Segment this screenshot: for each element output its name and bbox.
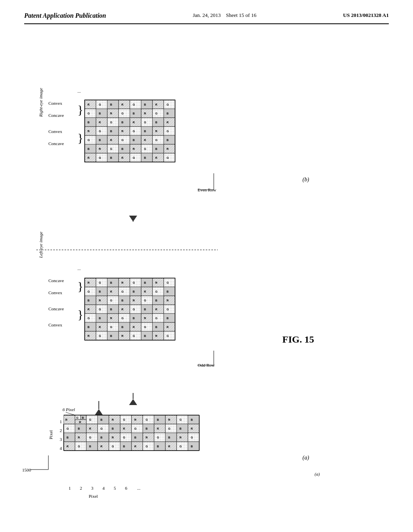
svg-text:B: B — [155, 121, 157, 124]
svg-text:1: 1 — [69, 486, 71, 490]
concave-label-4: Concave — [48, 141, 64, 146]
svg-text:G: G — [155, 112, 158, 115]
svg-text:B: B — [88, 299, 90, 302]
cell-a-r3c3 — [86, 433, 98, 442]
cell-a-r2c2 — [75, 424, 86, 433]
svg-rect-178 — [152, 314, 164, 322]
svg-text:G: G — [100, 427, 103, 430]
svg-text:G: G — [99, 281, 101, 284]
svg-rect-280 — [152, 127, 164, 135]
svg-text:B: B — [144, 103, 146, 106]
svg-rect-230 — [141, 100, 152, 109]
svg-text:R: R — [110, 139, 112, 141]
svg-text:R: R — [67, 445, 69, 448]
right-eye-label: Right-eye image — [38, 88, 43, 117]
svg-rect-126 — [130, 287, 141, 296]
svg-text:R: R — [112, 436, 114, 439]
svg-rect-176 — [141, 314, 152, 322]
svg-text:2: 2 — [60, 428, 62, 433]
svg-rect-258 — [119, 118, 130, 127]
svg-text:B: B — [110, 308, 112, 311]
fig-label: FIG. 15 — [282, 334, 314, 345]
svg-text:...: ... — [137, 486, 141, 490]
svg-text:B: B — [121, 299, 123, 302]
svg-text:Pixel: Pixel — [48, 430, 53, 439]
svg-text:R: R — [79, 421, 81, 424]
label-a: (a) — [315, 472, 320, 477]
svg-rect-168 — [96, 314, 107, 322]
svg-rect-128 — [141, 287, 152, 296]
svg-rect-71 — [154, 433, 165, 442]
svg-rect-282 — [164, 127, 175, 135]
svg-text:R: R — [167, 148, 169, 150]
svg-rect-210 — [152, 331, 164, 340]
svg-rect-140 — [119, 296, 130, 305]
svg-rect-120 — [96, 287, 107, 296]
svg-text:R: R — [121, 103, 123, 106]
svg-rect-270 — [96, 127, 107, 135]
cell-a-r2c4 — [98, 424, 109, 433]
svg-rect-150 — [85, 305, 96, 314]
svg-rect-152 — [96, 305, 107, 314]
svg-text:G: G — [167, 103, 169, 106]
svg-text:G: G — [123, 436, 125, 439]
svg-rect-234 — [164, 100, 175, 109]
svg-text:G: G — [191, 436, 193, 439]
svg-rect-53 — [188, 415, 199, 424]
svg-rect-200 — [96, 331, 107, 340]
svg-text:G: G — [123, 418, 125, 421]
svg-rect-308 — [130, 144, 141, 153]
cell-a-r1c6 — [120, 415, 131, 424]
svg-rect-83 — [154, 442, 165, 451]
svg-text:1: 1 — [60, 419, 62, 424]
svg-rect-138 — [107, 296, 119, 305]
svg-text:G: G — [110, 148, 113, 150]
svg-text:B: B — [155, 299, 157, 302]
svg-text:G: G — [99, 130, 101, 133]
svg-text:B: B — [112, 427, 114, 430]
svg-text:}: } — [77, 131, 83, 144]
svg-rect-312 — [152, 144, 164, 153]
svg-rect-254 — [96, 118, 107, 127]
svg-rect-166 — [85, 314, 96, 322]
svg-rect-89 — [188, 442, 199, 451]
svg-text:R: R — [121, 156, 123, 159]
svg-rect-196 — [164, 322, 175, 331]
svg-rect-240 — [107, 109, 119, 118]
svg-rect-278 — [141, 127, 152, 135]
svg-rect-122 — [107, 287, 119, 296]
svg-text:R: R — [88, 335, 90, 337]
svg-text:5: 5 — [114, 486, 116, 490]
svg-text:G: G — [110, 121, 113, 124]
svg-text:R: R — [167, 121, 169, 124]
svg-text:R: R — [167, 326, 169, 328]
svg-rect-158 — [130, 305, 141, 314]
svg-text:R: R — [144, 317, 146, 320]
svg-rect-306 — [119, 144, 130, 153]
svg-text:B: B — [99, 290, 101, 293]
svg-text:G: G — [99, 156, 101, 159]
svg-rect-264 — [152, 118, 164, 127]
svg-text:R: R — [99, 121, 101, 124]
svg-text:B: B — [110, 103, 112, 106]
svg-rect-144 — [141, 296, 152, 305]
svg-text:R: R — [121, 281, 123, 284]
svg-text:G: G — [144, 148, 146, 150]
svg-text:B: B — [144, 130, 146, 133]
svg-text:R: R — [78, 436, 80, 439]
convex-label-4: Convex — [48, 129, 63, 134]
svg-rect-190 — [130, 322, 141, 331]
svg-text:B: B — [100, 436, 102, 439]
cell-a-r4c1 — [64, 442, 75, 451]
svg-rect-160 — [141, 305, 152, 314]
concave-label-2: Concave — [48, 306, 64, 311]
svg-text:G: G — [167, 281, 169, 284]
svg-text:3: 3 — [60, 437, 62, 442]
concave-label-3: Concave — [48, 113, 64, 118]
cell-a-r4c5 — [109, 442, 120, 451]
svg-rect-186 — [107, 322, 119, 331]
svg-rect-102 — [85, 278, 96, 287]
svg-text:R: R — [133, 299, 135, 302]
svg-text:G: G — [133, 281, 135, 284]
svg-rect-328 — [152, 153, 164, 162]
